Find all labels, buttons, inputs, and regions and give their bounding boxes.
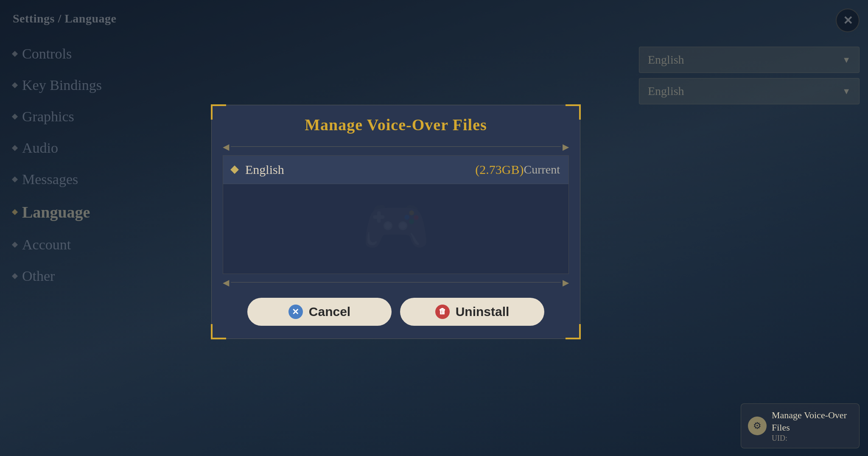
modal-overlay: Manage Voice-Over Files ◀ ▶ English (2.7… <box>0 0 868 456</box>
voiceover-item-english[interactable]: English (2.73GB) Current <box>223 156 568 184</box>
voiceover-watermark: 🎮 <box>223 184 568 269</box>
uninstall-label: Uninstall <box>456 305 510 319</box>
cancel-label: Cancel <box>309 305 350 319</box>
diamond-icon <box>230 165 239 174</box>
tooltip-gear-icon: ⚙ <box>748 417 767 435</box>
modal-top-divider: ◀ ▶ <box>216 142 576 152</box>
uninstall-button[interactable]: 🗑 Uninstall <box>400 298 544 326</box>
arrow-left-icon-bottom: ◀ <box>223 277 229 288</box>
uninstall-icon: 🗑 <box>435 305 450 319</box>
cancel-button[interactable]: ✕ Cancel <box>247 298 392 326</box>
arrow-right-icon-bottom: ▶ <box>563 277 569 288</box>
voiceover-item-size: (2.73GB) <box>475 162 524 177</box>
manage-voiceover-modal: Manage Voice-Over Files ◀ ▶ English (2.7… <box>211 105 580 339</box>
voiceover-item-name: English <box>245 162 473 177</box>
divider-line <box>231 146 561 147</box>
voiceover-list: English (2.73GB) Current 🎮 <box>223 155 569 274</box>
tooltip-content: Manage Voice-Over Files UID: <box>772 409 852 443</box>
modal-buttons: ✕ Cancel 🗑 Uninstall <box>212 288 580 339</box>
corner-decoration-br <box>566 324 581 339</box>
arrow-left-icon: ◀ <box>223 142 229 152</box>
corner-decoration-tl <box>211 104 226 120</box>
arrow-right-icon: ▶ <box>563 142 569 152</box>
corner-decoration-tr <box>566 104 581 120</box>
voiceover-item-status: Current <box>524 163 560 176</box>
cancel-icon: ✕ <box>288 305 303 319</box>
watermark-icon: 🎮 <box>361 194 430 259</box>
bottom-tooltip: ⚙ Manage Voice-Over Files UID: <box>741 403 860 448</box>
corner-decoration-bl <box>211 324 226 339</box>
divider-line-bottom <box>231 282 561 283</box>
modal-bottom-divider: ◀ ▶ <box>216 277 576 288</box>
tooltip-label: Manage Voice-Over Files <box>772 409 852 434</box>
modal-title: Manage Voice-Over Files <box>212 105 580 142</box>
tooltip-uid: UID: <box>772 434 852 443</box>
